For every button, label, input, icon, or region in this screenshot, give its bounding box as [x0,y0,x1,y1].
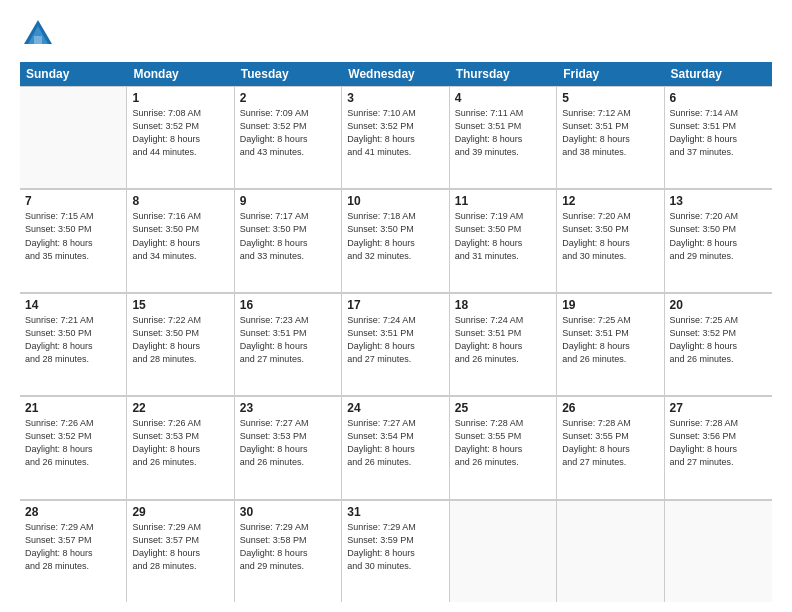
calendar-row-1: 7Sunrise: 7:15 AMSunset: 3:50 PMDaylight… [20,189,772,292]
calendar-header: SundayMondayTuesdayWednesdayThursdayFrid… [20,62,772,86]
day-number: 10 [347,194,443,208]
calendar-cell: 18Sunrise: 7:24 AMSunset: 3:51 PMDayligh… [450,293,557,395]
day-content: Sunrise: 7:29 AMSunset: 3:59 PMDaylight:… [347,521,443,573]
day-content: Sunrise: 7:26 AMSunset: 3:52 PMDaylight:… [25,417,121,469]
calendar-cell: 4Sunrise: 7:11 AMSunset: 3:51 PMDaylight… [450,86,557,188]
header-day-tuesday: Tuesday [235,62,342,86]
day-number: 1 [132,91,228,105]
day-number: 31 [347,505,443,519]
day-number: 25 [455,401,551,415]
day-content: Sunrise: 7:16 AMSunset: 3:50 PMDaylight:… [132,210,228,262]
header-day-sunday: Sunday [20,62,127,86]
day-number: 23 [240,401,336,415]
calendar-cell: 20Sunrise: 7:25 AMSunset: 3:52 PMDayligh… [665,293,772,395]
header-day-thursday: Thursday [450,62,557,86]
calendar-body: 1Sunrise: 7:08 AMSunset: 3:52 PMDaylight… [20,86,772,602]
day-content: Sunrise: 7:22 AMSunset: 3:50 PMDaylight:… [132,314,228,366]
calendar-cell: 30Sunrise: 7:29 AMSunset: 3:58 PMDayligh… [235,500,342,602]
day-content: Sunrise: 7:11 AMSunset: 3:51 PMDaylight:… [455,107,551,159]
calendar-cell: 19Sunrise: 7:25 AMSunset: 3:51 PMDayligh… [557,293,664,395]
day-number: 3 [347,91,443,105]
calendar-cell: 11Sunrise: 7:19 AMSunset: 3:50 PMDayligh… [450,189,557,291]
calendar-cell: 6Sunrise: 7:14 AMSunset: 3:51 PMDaylight… [665,86,772,188]
day-number: 29 [132,505,228,519]
day-content: Sunrise: 7:24 AMSunset: 3:51 PMDaylight:… [455,314,551,366]
calendar-cell [557,500,664,602]
logo-icon [20,16,56,52]
calendar-cell: 22Sunrise: 7:26 AMSunset: 3:53 PMDayligh… [127,396,234,498]
calendar-cell [665,500,772,602]
calendar-cell [20,86,127,188]
header-day-friday: Friday [557,62,664,86]
day-content: Sunrise: 7:20 AMSunset: 3:50 PMDaylight:… [562,210,658,262]
day-number: 14 [25,298,121,312]
day-content: Sunrise: 7:28 AMSunset: 3:56 PMDaylight:… [670,417,767,469]
day-number: 13 [670,194,767,208]
svg-rect-2 [34,36,42,44]
day-number: 5 [562,91,658,105]
day-content: Sunrise: 7:26 AMSunset: 3:53 PMDaylight:… [132,417,228,469]
calendar-row-2: 14Sunrise: 7:21 AMSunset: 3:50 PMDayligh… [20,293,772,396]
day-content: Sunrise: 7:28 AMSunset: 3:55 PMDaylight:… [455,417,551,469]
day-content: Sunrise: 7:19 AMSunset: 3:50 PMDaylight:… [455,210,551,262]
day-content: Sunrise: 7:29 AMSunset: 3:57 PMDaylight:… [25,521,121,573]
day-content: Sunrise: 7:08 AMSunset: 3:52 PMDaylight:… [132,107,228,159]
calendar-cell: 26Sunrise: 7:28 AMSunset: 3:55 PMDayligh… [557,396,664,498]
day-content: Sunrise: 7:27 AMSunset: 3:53 PMDaylight:… [240,417,336,469]
calendar-cell: 10Sunrise: 7:18 AMSunset: 3:50 PMDayligh… [342,189,449,291]
header-day-wednesday: Wednesday [342,62,449,86]
day-number: 4 [455,91,551,105]
calendar-cell: 15Sunrise: 7:22 AMSunset: 3:50 PMDayligh… [127,293,234,395]
calendar-cell: 17Sunrise: 7:24 AMSunset: 3:51 PMDayligh… [342,293,449,395]
calendar-cell: 2Sunrise: 7:09 AMSunset: 3:52 PMDaylight… [235,86,342,188]
day-content: Sunrise: 7:17 AMSunset: 3:50 PMDaylight:… [240,210,336,262]
calendar-cell: 14Sunrise: 7:21 AMSunset: 3:50 PMDayligh… [20,293,127,395]
day-content: Sunrise: 7:12 AMSunset: 3:51 PMDaylight:… [562,107,658,159]
calendar-cell: 28Sunrise: 7:29 AMSunset: 3:57 PMDayligh… [20,500,127,602]
day-number: 17 [347,298,443,312]
day-number: 9 [240,194,336,208]
calendar-cell: 5Sunrise: 7:12 AMSunset: 3:51 PMDaylight… [557,86,664,188]
calendar-cell [450,500,557,602]
day-number: 20 [670,298,767,312]
day-content: Sunrise: 7:10 AMSunset: 3:52 PMDaylight:… [347,107,443,159]
day-content: Sunrise: 7:29 AMSunset: 3:57 PMDaylight:… [132,521,228,573]
calendar-cell: 1Sunrise: 7:08 AMSunset: 3:52 PMDaylight… [127,86,234,188]
calendar-cell: 13Sunrise: 7:20 AMSunset: 3:50 PMDayligh… [665,189,772,291]
day-number: 24 [347,401,443,415]
logo [20,16,60,52]
day-number: 12 [562,194,658,208]
calendar-cell: 24Sunrise: 7:27 AMSunset: 3:54 PMDayligh… [342,396,449,498]
day-content: Sunrise: 7:18 AMSunset: 3:50 PMDaylight:… [347,210,443,262]
day-content: Sunrise: 7:27 AMSunset: 3:54 PMDaylight:… [347,417,443,469]
day-content: Sunrise: 7:29 AMSunset: 3:58 PMDaylight:… [240,521,336,573]
day-content: Sunrise: 7:23 AMSunset: 3:51 PMDaylight:… [240,314,336,366]
day-number: 26 [562,401,658,415]
calendar-cell: 3Sunrise: 7:10 AMSunset: 3:52 PMDaylight… [342,86,449,188]
day-number: 16 [240,298,336,312]
day-number: 28 [25,505,121,519]
day-number: 6 [670,91,767,105]
day-content: Sunrise: 7:28 AMSunset: 3:55 PMDaylight:… [562,417,658,469]
day-content: Sunrise: 7:20 AMSunset: 3:50 PMDaylight:… [670,210,767,262]
day-number: 27 [670,401,767,415]
calendar-row-4: 28Sunrise: 7:29 AMSunset: 3:57 PMDayligh… [20,500,772,602]
calendar-cell: 21Sunrise: 7:26 AMSunset: 3:52 PMDayligh… [20,396,127,498]
day-number: 21 [25,401,121,415]
calendar-cell: 12Sunrise: 7:20 AMSunset: 3:50 PMDayligh… [557,189,664,291]
calendar-cell: 16Sunrise: 7:23 AMSunset: 3:51 PMDayligh… [235,293,342,395]
day-number: 18 [455,298,551,312]
header [20,16,772,52]
calendar-row-3: 21Sunrise: 7:26 AMSunset: 3:52 PMDayligh… [20,396,772,499]
page: SundayMondayTuesdayWednesdayThursdayFrid… [0,0,792,612]
calendar-cell: 23Sunrise: 7:27 AMSunset: 3:53 PMDayligh… [235,396,342,498]
day-number: 22 [132,401,228,415]
day-number: 2 [240,91,336,105]
calendar-cell: 29Sunrise: 7:29 AMSunset: 3:57 PMDayligh… [127,500,234,602]
day-content: Sunrise: 7:24 AMSunset: 3:51 PMDaylight:… [347,314,443,366]
day-content: Sunrise: 7:21 AMSunset: 3:50 PMDaylight:… [25,314,121,366]
header-day-saturday: Saturday [665,62,772,86]
day-content: Sunrise: 7:09 AMSunset: 3:52 PMDaylight:… [240,107,336,159]
calendar-cell: 7Sunrise: 7:15 AMSunset: 3:50 PMDaylight… [20,189,127,291]
day-number: 15 [132,298,228,312]
